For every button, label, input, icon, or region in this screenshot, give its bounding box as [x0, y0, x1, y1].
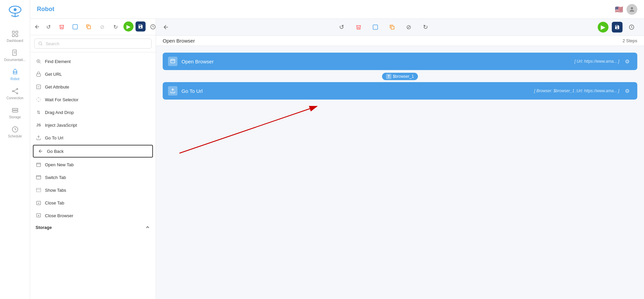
canvas-play-button[interactable]: ▶ [598, 22, 608, 33]
step-open-browser[interactable]: Open Browser [ Url: https://www.ama... ]… [163, 53, 637, 70]
canvas-save-button[interactable] [612, 22, 623, 33]
copy-button[interactable] [83, 21, 94, 32]
svg-point-26 [39, 42, 42, 45]
menu-item-label: Inject JavaScript [45, 123, 77, 128]
canvas-title: Open Browser [163, 38, 195, 44]
svg-point-22 [631, 7, 633, 9]
canvas-copy-button[interactable] [386, 21, 398, 33]
svg-point-15 [16, 88, 18, 90]
menu-item-label: Wait For Selector [45, 97, 78, 102]
go-back-icon [38, 148, 44, 154]
back-button[interactable] [34, 21, 40, 32]
svg-rect-23 [73, 24, 77, 29]
menu-item-label: Find Element [45, 59, 71, 64]
menu-item-label: Switch Tab [45, 175, 66, 180]
canvas-redo-button[interactable]: ↻ [420, 21, 431, 33]
menu-item-show-tabs[interactable]: Show Tabs [30, 184, 156, 196]
sidebar-item-connection[interactable]: Connection [0, 84, 30, 103]
canvas-undo-button[interactable]: ↺ [336, 21, 347, 33]
svg-line-17 [13, 89, 16, 92]
delete-button[interactable] [56, 21, 67, 32]
open-browser-icon [168, 57, 177, 66]
switch-tab-icon [36, 174, 42, 180]
svg-line-27 [41, 44, 42, 45]
menu-item-switch-tab[interactable]: Switch Tab [30, 171, 156, 184]
svg-line-3 [15, 15, 19, 17]
menu-item-open-new-tab[interactable]: Open New Tab [30, 158, 156, 171]
svg-rect-5 [12, 31, 14, 33]
step-open-browser-params: [ Url: https://www.ama... ] [575, 59, 619, 64]
menu-item-go-back[interactable]: Go Back [33, 145, 153, 158]
menu-item-wait-for-selector[interactable]: Wait For Selector [30, 93, 156, 106]
canvas-delete-button[interactable] [353, 21, 364, 33]
sidebar-item-documentation[interactable]: Documentati... [0, 46, 30, 65]
canvas-title-bar: Open Browser 2 Steps [156, 36, 644, 46]
drag-drop-icon [36, 109, 42, 115]
sidebar-item-robot[interactable]: Robot [0, 65, 30, 84]
svg-rect-39 [36, 188, 41, 192]
menu-item-close-tab[interactable]: Close Tab [30, 196, 156, 209]
redo-button[interactable]: ↻ [110, 21, 121, 32]
step-open-browser-settings[interactable]: ⚙ [623, 57, 632, 66]
svg-line-2 [11, 15, 15, 17]
menu-item-get-url[interactable]: Get URL [30, 68, 156, 80]
menu-item-go-to-url[interactable]: Go To Url [30, 131, 156, 144]
menu-item-get-attribute[interactable]: Get Attribute [30, 80, 156, 93]
menu-item-close-browser[interactable]: Close Browser [30, 209, 156, 222]
canvas-block-button[interactable]: ⊘ [403, 21, 415, 33]
search-icon [38, 41, 43, 46]
step-go-to-url-settings[interactable]: ⚙ [623, 86, 632, 96]
left-panel: ↺ ⊘ ↻ ▶ [30, 19, 156, 299]
menu-list: Find Element Get URL Get Attribute [30, 52, 156, 299]
storage-section-header[interactable]: Storage [30, 222, 156, 233]
step-open-browser-label: Open Browser [181, 59, 575, 64]
sidebar-item-schedule[interactable]: Schedule [0, 122, 30, 141]
sidebar-nav: Dashboard Documentati... Robot Connectio… [0, 0, 30, 299]
canvas-area: ↺ ⊘ ↻ ▶ [156, 19, 644, 299]
canvas-steps: 2 Steps [623, 38, 637, 43]
sidebar-item-storage[interactable]: Storage [0, 103, 30, 122]
chevron-up-icon [145, 225, 150, 230]
menu-item-label: Close Tab [45, 200, 64, 205]
variable-badge-container: T $browser_1 [163, 73, 637, 80]
svg-rect-7 [12, 35, 14, 37]
variable-badge: T $browser_1 [382, 73, 418, 80]
svg-line-18 [13, 91, 16, 93]
menu-item-inject-js[interactable]: JS Inject JavaScript [30, 119, 156, 131]
go-to-url-step-icon [168, 86, 177, 96]
block-button[interactable]: ⊘ [97, 21, 107, 32]
app-title: Robot [37, 6, 54, 13]
get-url-icon [36, 71, 42, 77]
frame-button[interactable] [70, 21, 80, 32]
svg-point-4 [13, 8, 16, 11]
svg-rect-19 [12, 109, 18, 110]
svg-rect-20 [12, 111, 18, 112]
variable-badge-label: $browser_1 [393, 74, 414, 79]
step-go-to-url[interactable]: Go To Url [ Browser: $browser_1 ;Url: ht… [163, 82, 637, 100]
step-go-to-url-label: Go To Url [181, 88, 534, 94]
play-button[interactable]: ▶ [123, 21, 133, 32]
svg-rect-6 [15, 31, 17, 33]
flag-icon: 🇺🇸 [615, 5, 623, 13]
canvas-history-button[interactable] [626, 21, 637, 33]
inject-js-icon: JS [36, 122, 42, 128]
svg-rect-24 [88, 26, 91, 29]
canvas-back-button[interactable] [163, 24, 169, 31]
svg-rect-9 [12, 50, 16, 56]
menu-item-label: Show Tabs [45, 188, 66, 193]
menu-item-label: Drag And Drop [45, 110, 74, 115]
save-button[interactable] [136, 21, 146, 32]
menu-item-label: Open New Tab [45, 162, 74, 167]
sidebar-item-dashboard[interactable]: Dashboard [0, 27, 30, 46]
svg-point-12 [13, 72, 14, 73]
svg-point-16 [16, 93, 18, 94]
menu-item-drag-and-drop[interactable]: Drag And Drop [30, 106, 156, 119]
menu-item-find-element[interactable]: Find Element [30, 55, 156, 68]
undo-button[interactable]: ↺ [43, 21, 54, 32]
svg-rect-8 [15, 35, 17, 37]
search-input[interactable] [46, 41, 148, 46]
svg-rect-32 [37, 74, 41, 76]
history-button[interactable] [148, 21, 156, 32]
avatar[interactable] [627, 4, 637, 15]
canvas-frame-button[interactable] [370, 21, 381, 33]
